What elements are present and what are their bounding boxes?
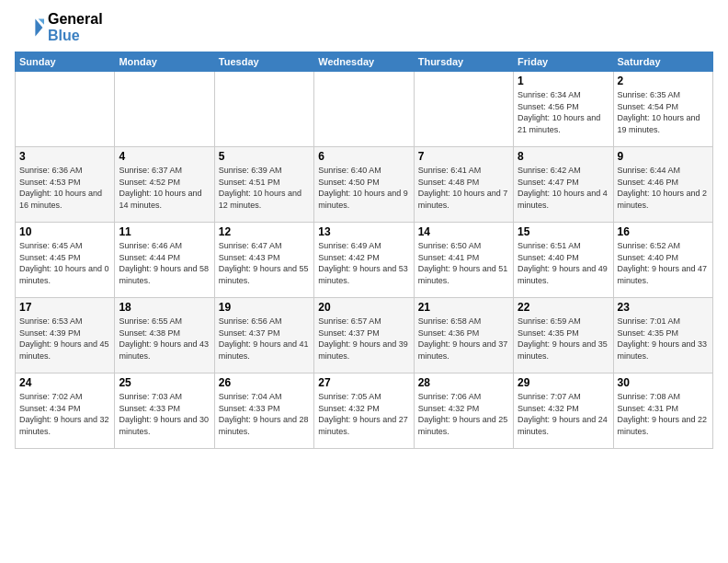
weekday-wednesday: Wednesday — [314, 52, 414, 72]
day-number: 14 — [418, 225, 509, 238]
day-cell: 16Sunrise: 6:52 AM Sunset: 4:40 PM Dayli… — [613, 223, 712, 298]
day-cell: 1Sunrise: 6:34 AM Sunset: 4:56 PM Daylig… — [514, 72, 613, 147]
day-cell: 27Sunrise: 7:05 AM Sunset: 4:32 PM Dayli… — [314, 373, 414, 449]
day-cell: 17Sunrise: 6:53 AM Sunset: 4:39 PM Dayli… — [16, 298, 115, 373]
day-number: 13 — [318, 225, 409, 238]
day-cell: 28Sunrise: 7:06 AM Sunset: 4:32 PM Dayli… — [414, 373, 513, 449]
day-info: Sunrise: 7:05 AM Sunset: 4:32 PM Dayligh… — [318, 391, 409, 437]
calendar: SundayMondayTuesdayWednesdayThursdayFrid… — [15, 52, 713, 449]
weekday-tuesday: Tuesday — [214, 52, 313, 72]
page: General Blue SundayMondayTuesdayWednesda… — [0, 0, 728, 563]
weekday-friday: Friday — [514, 52, 613, 72]
day-cell — [214, 72, 313, 147]
day-info: Sunrise: 6:41 AM Sunset: 4:48 PM Dayligh… — [418, 165, 509, 211]
day-cell: 11Sunrise: 6:46 AM Sunset: 4:44 PM Dayli… — [115, 223, 214, 298]
day-info: Sunrise: 6:59 AM Sunset: 4:35 PM Dayligh… — [518, 316, 609, 362]
day-info: Sunrise: 6:34 AM Sunset: 4:56 PM Dayligh… — [518, 89, 609, 135]
day-cell — [414, 72, 513, 147]
day-cell: 3Sunrise: 6:36 AM Sunset: 4:53 PM Daylig… — [16, 147, 115, 223]
logo-icon — [15, 13, 44, 42]
day-info: Sunrise: 7:01 AM Sunset: 4:35 PM Dayligh… — [618, 316, 709, 362]
day-number: 7 — [418, 150, 509, 163]
day-info: Sunrise: 6:44 AM Sunset: 4:46 PM Dayligh… — [618, 165, 709, 211]
day-cell: 26Sunrise: 7:04 AM Sunset: 4:33 PM Dayli… — [214, 373, 313, 449]
week-row-0: 1Sunrise: 6:34 AM Sunset: 4:56 PM Daylig… — [16, 72, 713, 147]
day-cell: 24Sunrise: 7:02 AM Sunset: 4:34 PM Dayli… — [16, 373, 115, 449]
day-number: 20 — [318, 301, 409, 314]
day-info: Sunrise: 7:02 AM Sunset: 4:34 PM Dayligh… — [19, 391, 110, 437]
day-number: 21 — [418, 301, 509, 314]
day-number: 8 — [518, 150, 609, 163]
day-cell — [115, 72, 214, 147]
day-cell: 21Sunrise: 6:58 AM Sunset: 4:36 PM Dayli… — [414, 298, 513, 373]
day-cell: 19Sunrise: 6:56 AM Sunset: 4:37 PM Dayli… — [214, 298, 313, 373]
day-number: 30 — [618, 376, 709, 389]
day-number: 29 — [518, 376, 609, 389]
day-info: Sunrise: 7:08 AM Sunset: 4:31 PM Dayligh… — [618, 391, 709, 437]
day-info: Sunrise: 6:58 AM Sunset: 4:36 PM Dayligh… — [418, 316, 509, 362]
weekday-header-row: SundayMondayTuesdayWednesdayThursdayFrid… — [16, 52, 713, 72]
day-cell: 4Sunrise: 6:37 AM Sunset: 4:52 PM Daylig… — [115, 147, 214, 223]
week-row-1: 3Sunrise: 6:36 AM Sunset: 4:53 PM Daylig… — [16, 147, 713, 223]
day-cell: 12Sunrise: 6:47 AM Sunset: 4:43 PM Dayli… — [214, 223, 313, 298]
day-number: 4 — [119, 150, 210, 163]
day-cell: 13Sunrise: 6:49 AM Sunset: 4:42 PM Dayli… — [314, 223, 414, 298]
logo: General Blue — [15, 11, 103, 44]
day-number: 27 — [318, 376, 409, 389]
day-cell: 20Sunrise: 6:57 AM Sunset: 4:37 PM Dayli… — [314, 298, 414, 373]
day-info: Sunrise: 6:52 AM Sunset: 4:40 PM Dayligh… — [618, 240, 709, 286]
day-cell: 29Sunrise: 7:07 AM Sunset: 4:32 PM Dayli… — [514, 373, 613, 449]
day-number: 26 — [219, 376, 310, 389]
day-number: 6 — [318, 150, 409, 163]
day-info: Sunrise: 6:56 AM Sunset: 4:37 PM Dayligh… — [219, 316, 310, 362]
day-number: 3 — [19, 150, 110, 163]
day-cell: 23Sunrise: 7:01 AM Sunset: 4:35 PM Dayli… — [613, 298, 712, 373]
day-cell: 9Sunrise: 6:44 AM Sunset: 4:46 PM Daylig… — [613, 147, 712, 223]
day-number: 10 — [19, 225, 110, 238]
day-info: Sunrise: 6:37 AM Sunset: 4:52 PM Dayligh… — [119, 165, 210, 211]
day-cell: 10Sunrise: 6:45 AM Sunset: 4:45 PM Dayli… — [16, 223, 115, 298]
weekday-thursday: Thursday — [414, 52, 513, 72]
day-cell: 8Sunrise: 6:42 AM Sunset: 4:47 PM Daylig… — [514, 147, 613, 223]
logo-text: General Blue — [48, 11, 103, 44]
day-info: Sunrise: 7:07 AM Sunset: 4:32 PM Dayligh… — [518, 391, 609, 437]
day-cell: 15Sunrise: 6:51 AM Sunset: 4:40 PM Dayli… — [514, 223, 613, 298]
day-number: 23 — [618, 301, 709, 314]
day-cell: 7Sunrise: 6:41 AM Sunset: 4:48 PM Daylig… — [414, 147, 513, 223]
day-number: 5 — [219, 150, 310, 163]
day-info: Sunrise: 6:46 AM Sunset: 4:44 PM Dayligh… — [119, 240, 210, 286]
day-info: Sunrise: 6:36 AM Sunset: 4:53 PM Dayligh… — [19, 165, 110, 211]
day-cell — [16, 72, 115, 147]
day-info: Sunrise: 6:50 AM Sunset: 4:41 PM Dayligh… — [418, 240, 509, 286]
day-info: Sunrise: 6:51 AM Sunset: 4:40 PM Dayligh… — [518, 240, 609, 286]
day-info: Sunrise: 6:45 AM Sunset: 4:45 PM Dayligh… — [19, 240, 110, 286]
week-row-3: 17Sunrise: 6:53 AM Sunset: 4:39 PM Dayli… — [16, 298, 713, 373]
day-cell — [314, 72, 414, 147]
day-cell: 30Sunrise: 7:08 AM Sunset: 4:31 PM Dayli… — [613, 373, 712, 449]
day-cell: 18Sunrise: 6:55 AM Sunset: 4:38 PM Dayli… — [115, 298, 214, 373]
day-info: Sunrise: 6:39 AM Sunset: 4:51 PM Dayligh… — [219, 165, 310, 211]
day-number: 15 — [518, 225, 609, 238]
day-info: Sunrise: 7:06 AM Sunset: 4:32 PM Dayligh… — [418, 391, 509, 437]
day-number: 16 — [618, 225, 709, 238]
day-info: Sunrise: 6:42 AM Sunset: 4:47 PM Dayligh… — [518, 165, 609, 211]
day-number: 24 — [19, 376, 110, 389]
day-number: 11 — [119, 225, 210, 238]
day-cell: 5Sunrise: 6:39 AM Sunset: 4:51 PM Daylig… — [214, 147, 313, 223]
day-number: 22 — [518, 301, 609, 314]
day-info: Sunrise: 6:35 AM Sunset: 4:54 PM Dayligh… — [618, 89, 709, 135]
day-info: Sunrise: 7:03 AM Sunset: 4:33 PM Dayligh… — [119, 391, 210, 437]
day-info: Sunrise: 6:49 AM Sunset: 4:42 PM Dayligh… — [318, 240, 409, 286]
weekday-sunday: Sunday — [16, 52, 115, 72]
weekday-monday: Monday — [115, 52, 214, 72]
day-cell: 22Sunrise: 6:59 AM Sunset: 4:35 PM Dayli… — [514, 298, 613, 373]
day-cell: 14Sunrise: 6:50 AM Sunset: 4:41 PM Dayli… — [414, 223, 513, 298]
day-number: 12 — [219, 225, 310, 238]
day-cell: 25Sunrise: 7:03 AM Sunset: 4:33 PM Dayli… — [115, 373, 214, 449]
day-number: 17 — [19, 301, 110, 314]
day-number: 25 — [119, 376, 210, 389]
day-number: 28 — [418, 376, 509, 389]
header: General Blue — [15, 11, 713, 44]
day-cell: 2Sunrise: 6:35 AM Sunset: 4:54 PM Daylig… — [613, 72, 712, 147]
weekday-saturday: Saturday — [613, 52, 712, 72]
